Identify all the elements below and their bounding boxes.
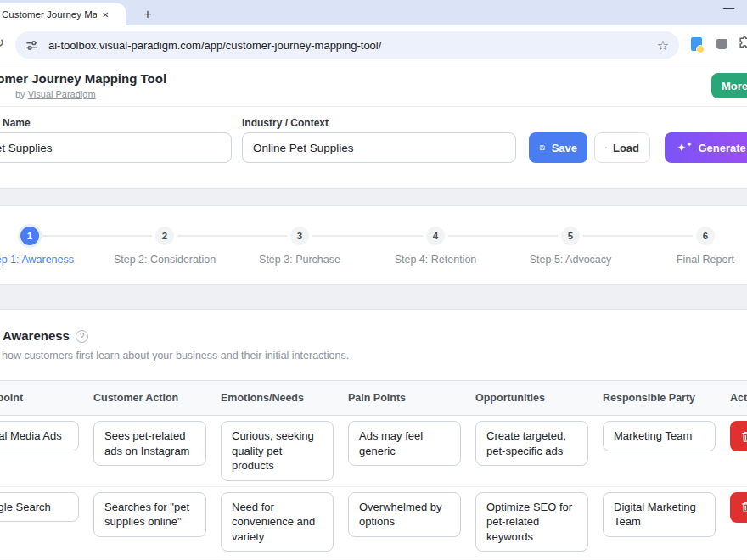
cell-input[interactable]: Marketing Team	[603, 421, 716, 451]
journey-stepper: 1Step 1: Awareness2Step 2: Consideration…	[0, 206, 747, 284]
tab-title: Customer Journey Mapping Tool	[2, 9, 97, 20]
step-connector	[448, 235, 558, 237]
column-header: Emotions/Needs	[221, 392, 348, 404]
cell-input[interactable]: Social Media Ads	[0, 421, 79, 451]
new-tab-button[interactable]: +	[138, 4, 158, 25]
reload-icon[interactable]: ↻	[0, 34, 4, 52]
section-divider	[0, 284, 747, 310]
step-label-1[interactable]: Step 1: Awareness	[0, 254, 98, 266]
industry-input[interactable]	[242, 132, 516, 163]
step-label-5[interactable]: Step 5: Advocacy	[503, 254, 638, 266]
browser-toolbar: ↻ ai-toolbox.visual-paradigm.com/app/cus…	[0, 25, 747, 64]
step-label-6[interactable]: Final Report	[637, 254, 747, 266]
tune-icon[interactable]	[25, 39, 38, 52]
step-circle-5[interactable]: 5	[561, 227, 580, 245]
column-header: Pain Points	[348, 392, 475, 404]
upload-icon	[605, 142, 607, 154]
column-header: Actions	[730, 392, 747, 404]
cell-input[interactable]: Google Search	[0, 492, 79, 523]
step-circle-6[interactable]: 6	[696, 227, 715, 245]
table-cell: Curious, seeking quality pet products	[221, 421, 348, 481]
table-cell: Create targeted, pet-specific ads	[475, 421, 603, 466]
load-label: Load	[613, 142, 639, 154]
step-connector	[312, 235, 423, 237]
step-connector	[177, 235, 287, 237]
table-cell: Digital Marketing Team	[603, 492, 730, 537]
delete-row-button[interactable]	[730, 421, 747, 451]
cell-input[interactable]: Overwhelmed by options	[348, 492, 461, 537]
more-button[interactable]: More	[711, 73, 747, 98]
save-icon	[539, 142, 546, 154]
actions-cell	[730, 421, 747, 451]
name-input[interactable]	[0, 132, 232, 163]
stage-title-text: Awareness	[3, 328, 70, 343]
bookmark-star-icon[interactable]: ☆	[657, 37, 669, 53]
generate-ai-button[interactable]: ✦✦ Generate with AI	[665, 132, 747, 163]
column-header: Responsible Party	[603, 392, 730, 404]
table-cell: Ads may feel generic	[348, 421, 475, 466]
step-circle-4[interactable]: 4	[426, 227, 445, 245]
table-cell: Need for convenience and variety	[221, 492, 348, 552]
byline: by Visual Paradigm	[15, 89, 96, 99]
actions-cell	[730, 492, 747, 523]
extension-docs-icon[interactable]	[691, 37, 702, 51]
cell-input[interactable]: Curious, seeking quality pet products	[221, 421, 334, 481]
table-cell: Marketing Team	[603, 421, 730, 451]
step-connector	[42, 235, 152, 237]
step-label-2[interactable]: Step 2: Consideration	[97, 254, 233, 266]
save-button[interactable]: Save	[529, 132, 587, 163]
table-cell: Searches for "pet supplies online"	[93, 492, 221, 537]
table-row: Social Media AdsSees pet-related ads on …	[0, 416, 747, 486]
cell-input[interactable]: Sees pet-related ads on Instagram	[93, 421, 206, 466]
page-title: Customer Journey Mapping Tool	[0, 71, 166, 86]
cell-input[interactable]: Ads may feel generic	[348, 421, 461, 466]
sparkles-icon: ✦✦	[677, 142, 692, 154]
help-icon[interactable]: ?	[76, 330, 88, 343]
table-row: Google SearchSearches for "pet supplies …	[0, 486, 747, 557]
section-divider	[0, 188, 747, 206]
project-form: Name Industry / Context Save Load ✦✦ Gen…	[0, 107, 747, 188]
address-bar[interactable]: ai-toolbox.visual-paradigm.com/app/custo…	[15, 31, 679, 59]
cell-input[interactable]: Digital Marketing Team	[603, 492, 716, 537]
cell-input[interactable]: Create targeted, pet-specific ads	[475, 421, 588, 466]
awareness-section: Awareness? how customers first learn abo…	[0, 310, 747, 560]
extensions-puzzle-icon[interactable]	[737, 36, 747, 53]
browser-window: Customer Journey Mapping Tool ✕ + — ↻ ai…	[0, 0, 747, 560]
step-label-3[interactable]: Step 3: Purchase	[232, 254, 368, 266]
tab-strip: Customer Journey Mapping Tool ✕ + —	[0, 0, 747, 25]
app-header: Customer Journey Mapping Tool by Visual …	[0, 64, 747, 107]
stage-title: Awareness?	[3, 328, 88, 343]
extension-icon[interactable]	[716, 39, 727, 49]
byline-prefix: by	[15, 89, 28, 99]
table-header-row: TouchpointCustomer ActionEmotions/NeedsP…	[0, 380, 747, 416]
column-header: Opportunities	[475, 392, 603, 404]
trash-icon	[740, 430, 747, 443]
step-circle-1[interactable]: 1	[20, 227, 39, 245]
column-header: Customer Action	[93, 392, 221, 404]
journey-table: TouchpointCustomer ActionEmotions/NeedsP…	[0, 380, 747, 560]
cell-input[interactable]: Optimize SEO for pet-related keywords	[475, 492, 588, 552]
step-connector	[583, 235, 693, 237]
window-minimize-button[interactable]: —	[723, 2, 734, 14]
column-header: Touchpoint	[0, 392, 93, 404]
table-cell: Social Media Ads	[0, 421, 93, 451]
delete-row-button[interactable]	[730, 492, 747, 523]
browser-tab[interactable]: Customer Journey Mapping Tool ✕	[0, 3, 126, 25]
stage-description: how customers first learn about your bus…	[2, 350, 349, 361]
table-cell: Sees pet-related ads on Instagram	[93, 421, 221, 466]
save-label: Save	[552, 142, 577, 154]
visual-paradigm-link[interactable]: Visual Paradigm	[28, 89, 96, 99]
load-button[interactable]: Load	[594, 132, 650, 163]
name-label: Name	[3, 117, 31, 129]
industry-label: Industry / Context	[242, 117, 329, 129]
table-row: Friend ReferralHears about storeTrust in…	[0, 557, 747, 560]
table-cell: Optimize SEO for pet-related keywords	[475, 492, 603, 552]
cell-input[interactable]: Need for convenience and variety	[221, 492, 334, 552]
url-text[interactable]: ai-toolbox.visual-paradigm.com/app/custo…	[48, 39, 650, 52]
cell-input[interactable]: Searches for "pet supplies online"	[93, 492, 206, 537]
step-circle-3[interactable]: 3	[290, 227, 309, 245]
step-circle-2[interactable]: 2	[155, 227, 174, 245]
tab-close-icon[interactable]: ✕	[102, 10, 109, 20]
step-label-4[interactable]: Step 4: Retention	[368, 254, 503, 266]
table-body: Social Media AdsSees pet-related ads on …	[0, 416, 747, 560]
